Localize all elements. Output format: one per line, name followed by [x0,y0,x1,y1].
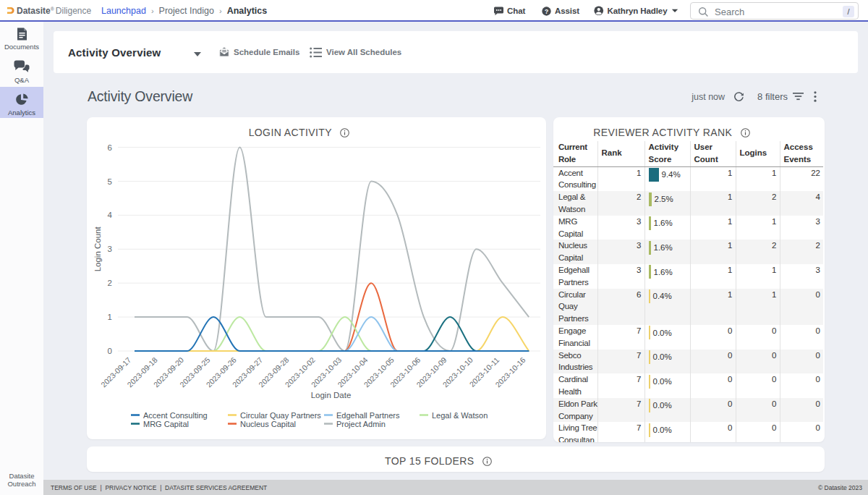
svg-text:Nucleus Capital: Nucleus Capital [240,420,296,428]
svg-text:2: 2 [108,279,112,287]
svg-text:?: ? [545,7,548,14]
svg-text:Project Admin: Project Admin [336,420,386,428]
svg-text:0: 0 [108,347,112,355]
svg-text:1: 1 [108,313,112,321]
svg-text:6: 6 [108,143,112,152]
svg-text:Login Count: Login Count [93,226,102,271]
svg-text:5: 5 [108,177,112,186]
svg-text:Legal & Watson: Legal & Watson [432,411,488,420]
svg-text:Edgehall Partners: Edgehall Partners [336,411,400,420]
svg-text:3: 3 [108,245,112,253]
svg-text:Accent Consulting: Accent Consulting [143,411,208,420]
svg-text:4: 4 [108,211,113,219]
svg-text:Login Date: Login Date [311,391,352,399]
svg-text:Circular Quay Partners: Circular Quay Partners [240,411,321,420]
svg-text:MRG Capital: MRG Capital [143,420,189,428]
